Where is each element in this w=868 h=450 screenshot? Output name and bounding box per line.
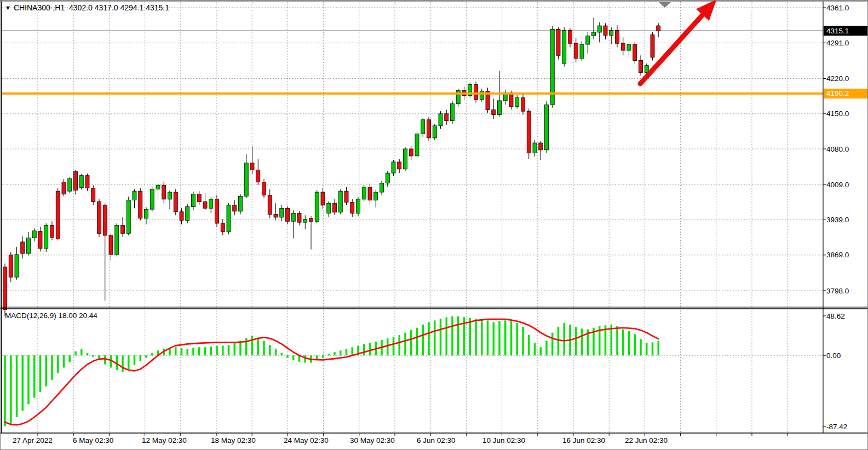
- svg-text:10 Jun 02:30: 10 Jun 02:30: [482, 436, 525, 445]
- svg-text:4361.0: 4361.0: [826, 4, 849, 12]
- bear-candle: [203, 201, 207, 208]
- bull-candle: [15, 255, 19, 277]
- svg-text:24 May 02:30: 24 May 02:30: [284, 436, 329, 445]
- bear-candle: [309, 218, 313, 222]
- bear-candle: [38, 232, 42, 249]
- bear-candle: [368, 187, 372, 200]
- bear-candle: [445, 114, 449, 121]
- svg-text:4315.1: 4315.1: [826, 27, 849, 35]
- bull-candle: [645, 66, 648, 73]
- bear-candle: [97, 201, 101, 233]
- bear-candle: [427, 120, 431, 138]
- bull-candle: [227, 205, 231, 232]
- svg-text:3798.0: 3798.0: [826, 287, 849, 295]
- bull-candle: [415, 134, 419, 155]
- bear-candle: [574, 43, 578, 59]
- bull-candle: [44, 226, 48, 249]
- bear-candle: [297, 214, 301, 223]
- bear-candle: [492, 109, 496, 114]
- bear-candle: [651, 35, 654, 57]
- bear-candle: [286, 208, 290, 221]
- bear-candle: [474, 84, 478, 100]
- trading-chart-window: 4361.04291.04220.04150.04080.04009.03939…: [0, 0, 868, 450]
- bear-candle: [621, 43, 625, 50]
- bear-candle: [3, 267, 7, 310]
- bull-candle: [303, 220, 307, 223]
- svg-text:4291.0: 4291.0: [826, 39, 849, 47]
- bull-candle: [280, 208, 284, 217]
- bull-candle: [291, 214, 295, 222]
- bear-candle: [197, 194, 201, 202]
- bull-candle: [533, 143, 537, 153]
- bear-candle: [409, 149, 413, 156]
- bear-candle: [91, 188, 95, 202]
- bull-candle: [168, 192, 172, 199]
- bear-candle: [180, 212, 183, 221]
- bull-candle: [115, 226, 119, 255]
- bull-candle: [209, 199, 213, 209]
- bull-candle: [315, 192, 319, 221]
- bull-candle: [244, 163, 248, 197]
- svg-text:6 Jun 02:30: 6 Jun 02:30: [417, 436, 456, 445]
- bull-candle: [374, 192, 378, 200]
- bull-candle: [580, 44, 584, 59]
- svg-text:6 May 02:30: 6 May 02:30: [73, 436, 113, 445]
- bull-candle: [439, 114, 442, 126]
- bull-candle: [133, 191, 136, 200]
- bear-candle: [344, 191, 348, 202]
- bear-candle: [274, 214, 278, 217]
- bear-candle: [121, 226, 125, 234]
- bull-candle: [386, 173, 389, 183]
- bear-candle: [109, 235, 113, 255]
- bull-candle: [192, 194, 196, 207]
- bull-candle: [362, 187, 366, 199]
- svg-text:4220.0: 4220.0: [826, 74, 849, 83]
- bull-candle: [586, 36, 590, 44]
- bear-candle: [633, 44, 637, 60]
- bull-candle: [421, 120, 425, 134]
- hline-price-badge: 4190.2: [824, 89, 868, 99]
- bull-candle: [239, 196, 243, 211]
- chart-canvas[interactable]: 4361.04291.04220.04150.04080.04009.03939…: [1, 1, 868, 450]
- svg-text:12 May 02:30: 12 May 02:30: [142, 436, 187, 445]
- bull-candle: [156, 185, 160, 189]
- bull-candle: [562, 30, 566, 64]
- bull-candle: [327, 203, 331, 213]
- svg-text:27 Apr 2022: 27 Apr 2022: [13, 436, 53, 445]
- svg-text:22 Jun 02:30: 22 Jun 02:30: [625, 436, 668, 445]
- bear-candle: [62, 182, 66, 194]
- bear-candle: [215, 199, 219, 223]
- bear-candle: [568, 30, 572, 43]
- bear-candle: [321, 192, 325, 205]
- bull-candle: [68, 178, 72, 191]
- svg-text:16 Jun 02:30: 16 Jun 02:30: [562, 436, 605, 445]
- bear-candle: [85, 176, 89, 188]
- bull-candle: [145, 209, 148, 218]
- bear-candle: [50, 226, 54, 238]
- bear-candle: [56, 191, 60, 239]
- bear-candle: [333, 203, 337, 212]
- bull-candle: [127, 200, 130, 234]
- bull-candle: [150, 189, 154, 210]
- svg-text:4190.2: 4190.2: [826, 89, 849, 97]
- bull-candle: [404, 149, 407, 169]
- bear-candle: [233, 205, 237, 211]
- bull-candle: [480, 91, 484, 100]
- bear-candle: [398, 162, 401, 169]
- bear-candle: [539, 143, 543, 150]
- bull-candle: [357, 199, 360, 214]
- bull-candle: [79, 176, 83, 188]
- svg-text:3869.0: 3869.0: [826, 251, 849, 259]
- bull-candle: [592, 32, 596, 36]
- bull-candle: [433, 126, 436, 138]
- bear-candle: [509, 93, 513, 107]
- bull-candle: [380, 183, 384, 192]
- svg-text:30 May 02:30: 30 May 02:30: [350, 436, 395, 445]
- bear-candle: [616, 30, 619, 43]
- bull-candle: [545, 105, 549, 150]
- svg-text:3939.0: 3939.0: [826, 216, 849, 224]
- bear-candle: [162, 185, 166, 199]
- bull-candle: [392, 162, 395, 173]
- bear-candle: [221, 223, 225, 232]
- bull-candle: [27, 238, 31, 253]
